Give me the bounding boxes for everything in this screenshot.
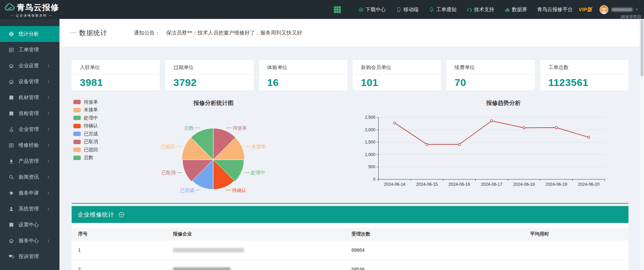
chevron-left-icon — [46, 95, 51, 100]
sidebar-item-product-management[interactable]: 产品管理 — [0, 153, 59, 169]
data-point[interactable] — [555, 127, 557, 129]
data-point[interactable] — [491, 120, 493, 122]
stat-card-4: 续费单位70 — [446, 60, 535, 90]
vertical-scrollbar[interactable] — [640, 19, 644, 270]
section-header: 企业维修统计 — [72, 206, 628, 223]
home-icon — [8, 79, 14, 85]
stat-card-value: 70 — [446, 74, 535, 88]
legend-item[interactable]: 已完成 — [73, 130, 98, 138]
sidebar-item-label: 投诉管理 — [19, 253, 39, 260]
cell-company — [167, 248, 345, 252]
sidebar-item-label: 维修经验 — [19, 142, 39, 149]
accessibility-icon — [8, 127, 14, 132]
sidebar-item-service-application[interactable]: 服务申请 — [0, 185, 59, 201]
cell-index: 2 — [72, 267, 167, 270]
nav-download-center-label: 下载中心 — [366, 6, 386, 13]
table-column-header: 报修企业 — [167, 231, 345, 237]
legend-item[interactable]: 已驳回 — [73, 146, 98, 154]
legend-item[interactable]: 已取消 — [73, 138, 98, 146]
notice-label: 通知公告： — [134, 30, 160, 36]
line-chart: 05001,0001,5002,0002,5002024-06-142024-0… — [365, 112, 615, 189]
app-window: 青鸟云报修 — 让企业维保更及时 — 下载中心移动端工单通知技术支持数据屏 青鸟… — [0, 0, 644, 270]
stat-card-2: 体验单位16 — [259, 60, 347, 90]
y-tick-label: 500 — [368, 164, 375, 169]
stat-card-value: 3981 — [72, 74, 160, 88]
stat-card-value: 3792 — [165, 74, 253, 88]
nav-work-order-notice[interactable]: 工单通知 — [429, 6, 456, 13]
sidebar-item-inspection-management[interactable]: 巡检管理 — [0, 106, 59, 121]
chevron-left-icon — [46, 111, 51, 116]
stat-card-3: 新购会员单位101 — [353, 60, 441, 90]
dashboard-icon — [8, 31, 14, 37]
sidebar-item-work-order-management[interactable]: 工单管理 — [0, 42, 59, 58]
legend-label: 已完成 — [84, 131, 98, 137]
page-header: 数据统计 通知公告：保洁员蔡**：技术人员把窗户维修好了，服务周到又快又好 — [59, 19, 644, 47]
nav-download-center[interactable]: 下载中心 — [358, 6, 386, 13]
section-title: 企业维修统计 — [78, 211, 114, 219]
drop-icon — [8, 158, 14, 164]
section-divider — [72, 203, 628, 204]
stat-card-label: 工单总数 — [540, 64, 628, 71]
nav-mobile-client[interactable]: 移动端 — [396, 6, 419, 13]
sidebar-item-consumables-management[interactable]: 耗材管理 — [0, 90, 59, 106]
avatar[interactable] — [599, 5, 609, 14]
cell-count: 58536 — [345, 267, 524, 270]
legend-item[interactable]: 总数 — [73, 154, 98, 162]
bar-chart-icon — [504, 7, 510, 13]
apps-grid-icon[interactable] — [333, 5, 342, 14]
username-redacted[interactable] — [612, 8, 633, 12]
legend-item[interactable]: 处理中 — [73, 114, 98, 122]
star-icon — [8, 190, 14, 196]
sidebar-item-enterprise-management[interactable]: 企业管理 — [0, 121, 59, 137]
sidebar-item-system-management[interactable]: 系统管理 — [0, 201, 59, 217]
chevron-left-icon — [46, 239, 51, 243]
pie-chart: 待派单未接单处理中待确认已完成已取消已驳回总数 — [142, 112, 297, 196]
chat-icon — [8, 254, 14, 260]
repo-icon — [8, 111, 14, 116]
nav-tech-support[interactable]: 技术支持 — [467, 6, 494, 13]
pie-label: 总数 — [184, 125, 194, 131]
repo-icon — [8, 222, 14, 228]
sidebar-item-statistics-analysis[interactable]: 统计分析 — [0, 26, 59, 42]
sidebar-item-equipment-management[interactable]: 设备管理 — [0, 74, 59, 90]
caret-down-icon[interactable] — [635, 7, 639, 12]
y-tick-label: 2,000 — [365, 128, 375, 132]
pie-label: 已取消 — [162, 170, 176, 175]
legend-item[interactable]: 待确认 — [73, 122, 98, 130]
sidebar-item-label: 企业设置 — [19, 63, 39, 69]
table-row[interactable]: 189864 — [72, 241, 628, 260]
mobile-icon — [396, 7, 402, 13]
sidebar-item-news-information[interactable]: 新闻资讯 — [0, 169, 59, 185]
data-point[interactable] — [426, 143, 428, 145]
sidebar-item-enterprise-settings[interactable]: 企业设置 — [0, 58, 59, 74]
data-point[interactable] — [394, 122, 396, 124]
nav-data-screen[interactable]: 数据屏 — [504, 6, 527, 13]
table-row[interactable]: 258536 — [72, 260, 628, 270]
cell-company — [167, 267, 345, 270]
sidebar-item-settings-center[interactable]: 设置中心 — [0, 217, 59, 233]
legend-item[interactable]: 未接单 — [73, 106, 98, 114]
sidebar-item-maintenance-experience[interactable]: 维修经验 — [0, 137, 59, 153]
x-tick-label: 2024-06-17 — [481, 182, 502, 187]
data-point[interactable] — [523, 127, 525, 129]
pie-label: 待确认 — [232, 187, 246, 193]
stat-card-0: 入驻单位3981 — [72, 60, 160, 90]
sidebar-item-service-center[interactable]: 服务中心 — [0, 233, 59, 249]
scrollbar-thumb[interactable] — [641, 20, 643, 76]
line-chart-title: 报修趋势分析 — [436, 99, 571, 107]
chevron-left-icon — [46, 64, 51, 68]
platform-label: 青鸟云报修平台 — [537, 6, 573, 13]
stat-card-value: 1123561 — [540, 74, 628, 88]
nav-mobile-client-label: 移动端 — [403, 6, 419, 13]
pie-legend: 待派单未接单处理中待确认已完成已取消已驳回总数 — [73, 98, 98, 162]
sidebar-item-complaint-management[interactable]: 投诉管理 — [0, 249, 59, 265]
collapse-chevron-icon[interactable] — [118, 211, 125, 218]
x-tick-label: 2024-06-15 — [416, 182, 438, 187]
sidebar-item-label: 新闻资讯 — [19, 174, 39, 180]
data-point[interactable] — [588, 136, 590, 138]
chevron-left-icon — [46, 191, 51, 195]
y-tick-label: 1,000 — [365, 152, 375, 157]
data-point[interactable] — [458, 143, 460, 145]
sidebar-item-label: 统计分析 — [19, 31, 39, 37]
legend-item[interactable]: 待派单 — [73, 98, 98, 106]
